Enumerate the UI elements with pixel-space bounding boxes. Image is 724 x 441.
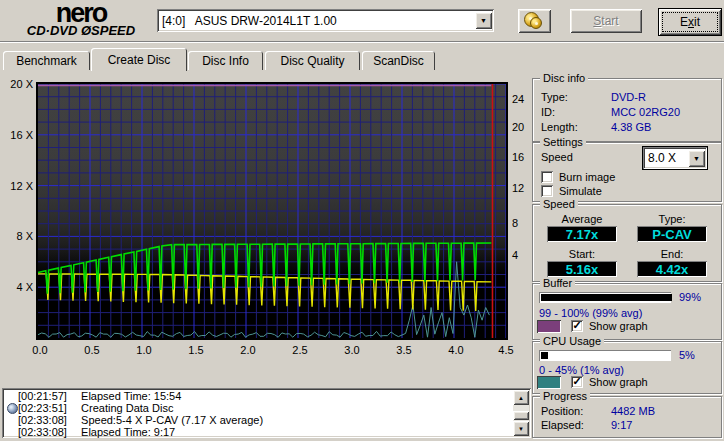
settings-group: Settings Speed 8.0 X ▼ Burn image Simula… — [532, 142, 722, 202]
disc-length-value: 4.38 GB — [611, 121, 651, 133]
disc-info-group: Disc info Type: DVD-R ID: MCC 02RG20 Len… — [532, 78, 722, 142]
chevron-down-icon[interactable]: ▼ — [475, 12, 492, 29]
simulate-checkbox[interactable] — [541, 185, 553, 197]
cpu-show-graph-checkbox[interactable]: ✓ — [571, 376, 583, 388]
log-time: [02:33:08] — [18, 414, 78, 426]
group-title: Settings — [540, 136, 586, 148]
position-value: 4482 MB — [611, 405, 655, 417]
log-scrollbar[interactable]: ▲ ▼ — [513, 390, 529, 436]
log-entry: [02:33:08] Speed:5-4 X P-CAV (7.17 X ave… — [5, 414, 511, 426]
tab-label: Disc Quality — [280, 54, 344, 68]
speed-group: Speed Average Type: 7.17x P-CAV Start: E… — [532, 204, 722, 282]
y-axis-tick: 8 X — [0, 230, 33, 242]
log-entry: [02:23:51] Creating Data Disc — [5, 402, 511, 414]
buffer-range: 99 - 100% (99% avg) — [539, 307, 642, 319]
x-axis-tick: 1.5 — [181, 344, 211, 356]
tab-label: Benchmark — [16, 54, 77, 68]
elapsed-value: 9:17 — [611, 419, 632, 431]
right-axis-tick: 20 — [512, 121, 524, 133]
log-time: [02:23:51] — [18, 402, 78, 414]
group-title: Disc info — [540, 72, 588, 84]
exit-button[interactable]: Exit — [658, 8, 722, 36]
cpu-color-swatch — [537, 376, 561, 389]
disc-id-label: ID: — [541, 106, 555, 118]
chevron-down-icon[interactable]: ▼ — [688, 150, 705, 167]
y-axis-tick: 12 X — [0, 180, 33, 192]
log-text: Speed:5-4 X P-CAV (7.17 X average) — [81, 414, 263, 426]
x-axis-tick: 0.5 — [77, 344, 107, 356]
log-entry: [00:21:57] Elapsed Time: 15:54 — [5, 390, 511, 402]
log-text: Elapsed Time: 9:17 — [81, 426, 175, 438]
y-axis-tick: 4 X — [0, 281, 33, 293]
drive-select[interactable]: [4:0] ASUS DRW-2014L1T 1.00 ▼ — [157, 9, 494, 32]
simulate-label: Simulate — [559, 185, 602, 197]
burn-image-checkbox[interactable] — [541, 171, 553, 183]
group-title: Speed — [540, 198, 578, 210]
start-speed-value: 5.16x — [547, 261, 617, 277]
log-time: [00:21:57] — [18, 390, 78, 402]
exit-button-label: Exit — [680, 15, 700, 29]
buffer-bar — [539, 292, 671, 303]
x-axis-tick: 4.5 — [491, 344, 521, 356]
tab-disc-quality[interactable]: Disc Quality — [265, 51, 360, 70]
log-time: [02:33:08] — [18, 426, 78, 438]
cddvd-speed-logo-text: CD·DVD ØSPEED — [6, 24, 156, 37]
disc-id-value: MCC 02RG20 — [611, 106, 680, 118]
write-speed-chart — [36, 82, 508, 340]
buffer-show-graph-label: Show graph — [589, 320, 648, 332]
cpu-percent: 5% — [679, 349, 695, 361]
speed-select-value: 8.0 X — [643, 151, 688, 165]
cpu-bar — [539, 350, 671, 361]
group-title: CPU Usage — [540, 335, 604, 347]
tab-scandisc[interactable]: ScanDisc — [362, 51, 435, 70]
start-speed-label: Start: — [547, 248, 617, 260]
scrollbar-thumb[interactable] — [513, 411, 529, 420]
cpu-usage-group: CPU Usage 5% 0 - 45% (1% avg) ✓ Show gra… — [532, 341, 722, 394]
speed-select[interactable]: 8.0 X ▼ — [642, 146, 708, 170]
x-axis-tick: 4.0 — [441, 344, 471, 356]
log-entry: [02:33:08] Elapsed Time: 9:17 — [5, 426, 511, 438]
disc-length-label: Length: — [541, 121, 578, 133]
media-info-button[interactable] — [518, 9, 551, 33]
right-axis-tick: 16 — [512, 151, 524, 163]
log-text: Elapsed Time: 15:54 — [81, 390, 181, 402]
buffer-color-swatch — [537, 320, 561, 333]
tab-create-disc[interactable]: Create Disc — [91, 48, 187, 71]
tab-label: Create Disc — [108, 53, 171, 67]
scroll-up-icon[interactable]: ▲ — [513, 390, 529, 405]
app-window: nero CD·DVD ØSPEED [4:0] ASUS DRW-2014L1… — [0, 0, 724, 441]
group-title: Progress — [540, 390, 590, 402]
disc-type-value: DVD-R — [611, 91, 646, 103]
progress-group: Progress Position: 4482 MB Elapsed: 9:17 — [532, 396, 722, 438]
x-axis-tick: 3.0 — [337, 344, 367, 356]
y-axis-tick: 16 X — [0, 129, 33, 141]
burn-image-label: Burn image — [559, 171, 615, 183]
log-text: Creating Data Disc — [81, 402, 173, 414]
buffer-percent: 99% — [679, 291, 701, 303]
end-speed-value: 4.42x — [637, 261, 707, 277]
y-axis-tick: 20 X — [0, 78, 33, 90]
x-axis-tick: 0.0 — [25, 344, 55, 356]
buffer-show-graph-checkbox[interactable]: ✓ — [571, 320, 583, 332]
tab-benchmark[interactable]: Benchmark — [3, 51, 90, 70]
speed-type-value: P-CAV — [637, 226, 707, 242]
average-speed-label: Average — [547, 213, 617, 225]
cpu-show-graph-label: Show graph — [589, 376, 648, 388]
x-axis-tick: 1.0 — [129, 344, 159, 356]
speed-select-label: Speed — [541, 151, 573, 163]
tab-label: Disc Info — [202, 54, 249, 68]
toolbar-divider-highlight — [0, 42, 724, 43]
tab-label: ScanDisc — [373, 54, 424, 68]
log-panel: [00:21:57] Elapsed Time: 15:54 [02:23:51… — [2, 388, 531, 438]
x-axis-tick: 2.5 — [285, 344, 315, 356]
start-button[interactable]: Start — [570, 9, 642, 33]
disc-type-label: Type: — [541, 91, 568, 103]
right-axis-tick: 12 — [512, 182, 524, 194]
scroll-down-icon[interactable]: ▼ — [513, 421, 529, 436]
buffer-group: Buffer 99% 99 - 100% (99% avg) ✓ Show gr… — [532, 283, 722, 340]
right-axis-tick: 24 — [512, 93, 524, 105]
nero-logo: nero CD·DVD ØSPEED — [6, 2, 156, 37]
tab-disc-info[interactable]: Disc Info — [188, 51, 263, 70]
average-speed-value: 7.17x — [547, 226, 617, 242]
group-title: Buffer — [540, 277, 575, 289]
